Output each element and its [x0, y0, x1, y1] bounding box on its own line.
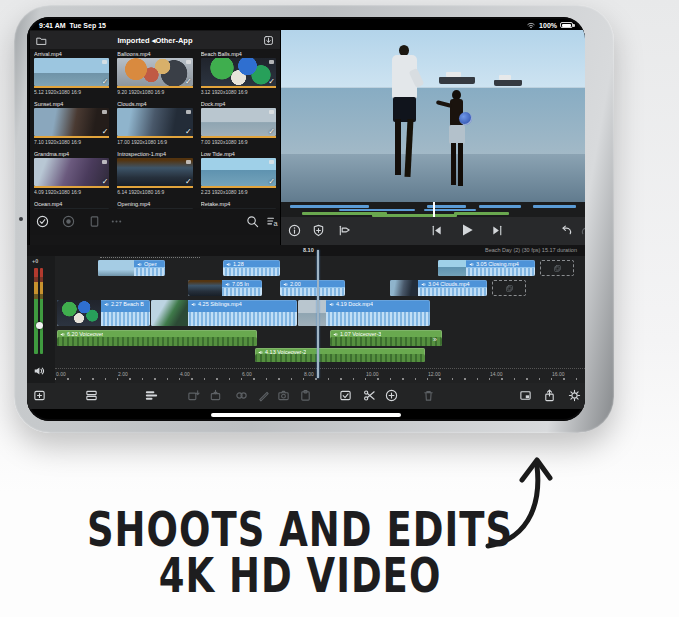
library-clip[interactable]: Arrival.mp4✓5.12 1920x1080 16:9 [30, 49, 113, 99]
clip-thumbnail[interactable]: ✓ [34, 108, 109, 136]
gear-icon[interactable] [568, 389, 581, 402]
pip-icon[interactable] [519, 389, 532, 402]
import-icon[interactable] [263, 35, 274, 46]
overview-playhead[interactable] [433, 202, 435, 217]
checkmark-icon: ✓ [268, 128, 275, 136]
timeline-ruler[interactable]: 0.002.004.006.008.0010.0012.0014.0016.00 [55, 368, 585, 383]
add-media-icon[interactable] [33, 389, 46, 402]
record-icon[interactable] [62, 215, 75, 228]
waveform [223, 268, 280, 276]
timeline-playhead[interactable] [317, 250, 319, 378]
clip-name: Beach Balls.mp4 [201, 50, 276, 58]
timeline-clip[interactable]: 1.07 Voiceover-3 [330, 330, 442, 346]
home-indicator[interactable] [211, 413, 401, 417]
clip-thumbnail[interactable]: ✓ [201, 108, 276, 136]
clip-name: Ocean.mp4 [34, 200, 109, 208]
snapshot-icon[interactable] [277, 389, 290, 402]
pen-icon[interactable] [257, 389, 270, 402]
media-type-icon [186, 160, 191, 164]
playhead-time-label: 8.10 [303, 247, 314, 253]
select-square-icon[interactable] [339, 389, 352, 402]
clip-thumbnail[interactable]: ✓ [117, 158, 192, 186]
media-type-icon [102, 160, 107, 164]
timeline-clip[interactable]: 2.00 [280, 280, 345, 296]
scissors-icon[interactable] [363, 389, 376, 402]
preview-overview-strip[interactable] [281, 202, 585, 217]
project-title-label: Beach Day (2) (30 fps) 15.17 duration [485, 247, 577, 253]
clip-label: 4.13 Voiceover-2 [258, 349, 306, 355]
select-check-icon[interactable] [36, 215, 49, 228]
video-preview[interactable] [281, 30, 585, 202]
library-clip[interactable]: Grandma.mp4✓4.09 1920x1080 16:9 [30, 149, 113, 199]
clip-list-icon[interactable] [85, 389, 98, 402]
sort-az-icon[interactable]: a [266, 215, 279, 228]
library-clip[interactable]: Dock.mp4✓7.00 1920x1080 16:9 [197, 99, 280, 149]
gain-label: +0 [32, 258, 38, 264]
timeline-clip[interactable]: 2.27 Beach B [57, 300, 150, 326]
library-clip[interactable]: Balloons.mp4✓9.20 1920x1080 16:9 [113, 49, 196, 99]
clip-label: 6.20 Voiceover [60, 331, 103, 337]
undo-icon[interactable] [560, 224, 573, 237]
link-icon[interactable] [235, 389, 248, 402]
file-icon[interactable] [88, 215, 101, 228]
library-title[interactable]: Imported ◂Other-App [47, 36, 263, 45]
library-clip[interactable]: Beach Balls.mp4✓3.12 1920x1080 16:9 [197, 49, 280, 99]
speaker-icon [226, 262, 231, 267]
clip-thumbnail[interactable]: ✓ [34, 58, 109, 86]
clip-name: Introspection-1.mp4 [117, 150, 192, 158]
shield-plus-icon[interactable] [312, 224, 325, 237]
insert-icon[interactable] [187, 389, 200, 402]
library-clip[interactable]: Clouds.mp4✓17.00 1920x1080 16:9 [113, 99, 196, 149]
more-icon[interactable] [110, 215, 123, 228]
clip-frame-thumbnail [438, 260, 466, 276]
speaker-icon[interactable] [33, 365, 45, 377]
clip-meta: 5.12 1920x1080 16:9 [34, 88, 109, 97]
play-icon[interactable] [459, 222, 475, 238]
marker-icon[interactable] [338, 224, 351, 237]
project-info-row: 8.10 Beach Day (2) (30 fps) 15.17 durati… [27, 245, 585, 256]
clip-thumbnail[interactable]: ✓ [117, 58, 192, 86]
preview-boat-1 [439, 77, 475, 84]
timeline-clip[interactable]: 6.20 Voiceover [57, 330, 257, 346]
timeline-clip[interactable]: 1.28 [223, 260, 280, 276]
ruler-tick-label: 16.00 [552, 371, 565, 377]
clip-thumbnail[interactable]: ✓ [201, 158, 276, 186]
trash-icon[interactable] [422, 389, 435, 402]
clip-meta: 4.09 1920x1080 16:9 [34, 188, 109, 197]
clip-label: 1.28 [226, 261, 244, 267]
clip-thumbnail[interactable]: ✓ [117, 108, 192, 136]
ipad-device: 9:41 AM Tue Sep 15 100% Imported ◂Other-… [14, 5, 614, 433]
search-icon[interactable] [246, 215, 259, 228]
media-type-icon [269, 60, 274, 64]
track-tools-icon[interactable] [145, 389, 158, 402]
info-icon[interactable] [288, 224, 301, 237]
skip-forward-icon[interactable] [491, 224, 504, 237]
clipboard-icon[interactable] [299, 389, 312, 402]
overview-bar [339, 209, 415, 212]
overwrite-icon[interactable] [209, 389, 222, 402]
ghost-clip-outline [540, 260, 574, 276]
marketing-caption: SHOOTS AND EDITS 4K HD VIDEO [50, 508, 550, 600]
timeline-clip[interactable]: Open [98, 260, 165, 276]
timeline-clip[interactable]: 4.25 Siblings.mp4 [151, 300, 297, 326]
add-circle-icon[interactable] [385, 389, 398, 402]
share-icon[interactable] [543, 389, 556, 402]
clip-thumbnail[interactable]: ✓ [201, 58, 276, 86]
clip-frame-thumbnail [390, 280, 418, 296]
timeline-tracks[interactable]: Open1.283.05 Closing.mp47.05 In2.003.04 … [55, 256, 585, 368]
clip-thumbnail[interactable]: ✓ [34, 158, 109, 186]
skip-back-icon[interactable] [430, 224, 443, 237]
timeline-clip[interactable]: 3.05 Closing.mp4 [438, 260, 535, 276]
waveform [330, 337, 442, 346]
folder-icon[interactable] [36, 35, 47, 46]
clip-label: 2.00 [283, 281, 301, 287]
redo-icon[interactable] [580, 224, 585, 237]
library-clip[interactable]: Sunset.mp4✓7.10 1920x1080 16:9 [30, 99, 113, 149]
checkmark-icon: ✓ [185, 78, 192, 86]
library-clip[interactable]: Introspection-1.mp4✓6.14 1920x1080 16:9 [113, 149, 196, 199]
timeline-clip[interactable]: 7.05 In [188, 280, 262, 296]
volume-knob[interactable] [36, 322, 43, 329]
timeline-clip[interactable]: 3.04 Clouds.mp4 [390, 280, 487, 296]
timeline-clip[interactable]: 4.13 Voiceover-2 [255, 348, 425, 362]
library-clip[interactable]: Low Tide.mp4✓2.23 1920x1080 16:9 [197, 149, 280, 199]
